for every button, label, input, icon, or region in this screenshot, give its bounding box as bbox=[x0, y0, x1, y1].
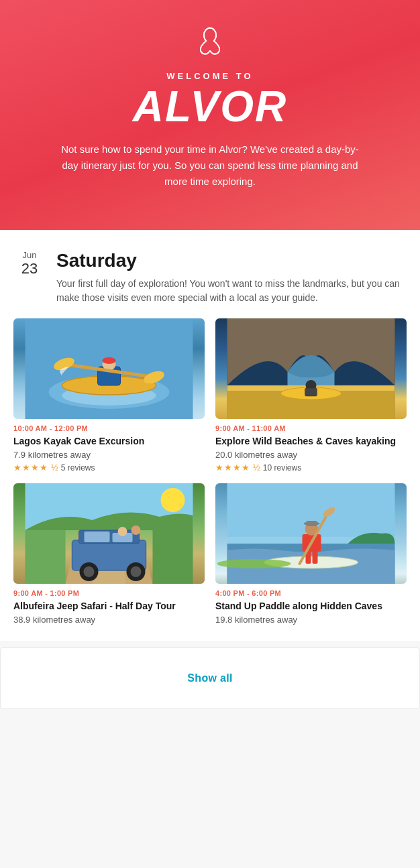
activity-3-time: 9:00 AM - 1:00 PM bbox=[13, 589, 205, 597]
date-label: Jun 23 bbox=[13, 250, 46, 277]
activity-2-name: Explore Wild Beaches & Caves kayaking bbox=[215, 435, 407, 447]
day-name: Saturday bbox=[56, 250, 407, 271]
city-title: ALVOR bbox=[133, 85, 287, 128]
activity-card-2[interactable]: 9:00 AM - 11:00 AM Explore Wild Beaches … bbox=[215, 318, 407, 473]
day-info: Saturday Your first full day of explorat… bbox=[56, 250, 407, 305]
cave-image bbox=[215, 318, 407, 419]
welcome-label: WELCOME TO bbox=[166, 71, 253, 81]
svg-rect-15 bbox=[305, 388, 317, 396]
activity-1-time: 10:00 AM - 12:00 PM bbox=[13, 424, 205, 432]
activity-2-time: 9:00 AM - 11:00 AM bbox=[215, 424, 407, 432]
activity-2-rating: ★★★★½ 10 reviews bbox=[215, 462, 407, 473]
activity-2-stars: ★★★★ bbox=[215, 462, 250, 473]
date-month: Jun bbox=[13, 250, 46, 260]
svg-point-26 bbox=[131, 566, 142, 577]
activity-card-4[interactable]: 4:00 PM - 6:00 PM Stand Up Paddle along … bbox=[215, 483, 407, 627]
activity-card-1[interactable]: 10:00 AM - 12:00 PM Lagos Kayak Cave Exc… bbox=[13, 318, 205, 473]
svg-rect-18 bbox=[153, 530, 193, 584]
activity-1-halfstar: ½ bbox=[51, 462, 58, 473]
activity-4-name: Stand Up Paddle along Hidden Caves bbox=[215, 600, 407, 612]
hero-description: Not sure how to spend your time in Alvor… bbox=[56, 141, 364, 190]
show-all-button[interactable]: Show all bbox=[14, 662, 406, 695]
sup-image bbox=[215, 483, 407, 584]
activity-image-3 bbox=[13, 483, 205, 584]
activity-1-distance: 7.9 kilometres away bbox=[13, 450, 205, 460]
svg-point-28 bbox=[132, 525, 141, 535]
activity-3-name: Albufeira Jeep Safari - Half Day Tour bbox=[13, 600, 205, 612]
activity-2-halfstar: ½ bbox=[253, 462, 260, 473]
airbnb-logo bbox=[194, 27, 226, 59]
show-all-section: Show all bbox=[0, 647, 420, 709]
svg-point-27 bbox=[118, 527, 127, 536]
activity-4-distance: 19.8 kilometres away bbox=[215, 615, 407, 625]
content-section: Jun 23 Saturday Your first full day of e… bbox=[0, 230, 420, 641]
activity-4-time: 4:00 PM - 6:00 PM bbox=[215, 589, 407, 597]
jeep-image bbox=[13, 483, 205, 584]
svg-point-42 bbox=[217, 559, 291, 568]
activity-3-distance: 38.9 kilometres away bbox=[13, 615, 205, 625]
kayak1-image bbox=[13, 318, 205, 419]
activity-1-name: Lagos Kayak Cave Excursion bbox=[13, 435, 205, 447]
activity-card-3[interactable]: 9:00 AM - 1:00 PM Albufeira Jeep Safari … bbox=[13, 483, 205, 627]
date-section: Jun 23 Saturday Your first full day of e… bbox=[13, 250, 407, 305]
svg-rect-17 bbox=[25, 530, 66, 584]
activity-grid: 10:00 AM - 12:00 PM Lagos Kayak Cave Exc… bbox=[13, 318, 407, 627]
svg-point-29 bbox=[161, 488, 185, 512]
svg-point-6 bbox=[103, 357, 116, 364]
activity-2-distance: 20.0 kilometres away bbox=[215, 450, 407, 460]
svg-rect-39 bbox=[307, 521, 317, 526]
activity-image-2 bbox=[215, 318, 407, 419]
day-description: Your first full day of exploration! You … bbox=[56, 277, 407, 305]
activity-1-stars: ★★★★ bbox=[13, 462, 48, 473]
activity-image-4 bbox=[215, 483, 407, 584]
activity-image-1 bbox=[13, 318, 205, 419]
svg-rect-21 bbox=[85, 532, 110, 542]
activity-2-reviews: 10 reviews bbox=[263, 463, 301, 473]
activity-1-rating: ★★★★½ 5 reviews bbox=[13, 462, 205, 473]
hero-section: WELCOME TO ALVOR Not sure how to spend y… bbox=[0, 0, 420, 230]
date-day: 23 bbox=[13, 260, 46, 277]
svg-point-24 bbox=[84, 566, 95, 577]
activity-1-reviews: 5 reviews bbox=[61, 463, 95, 473]
